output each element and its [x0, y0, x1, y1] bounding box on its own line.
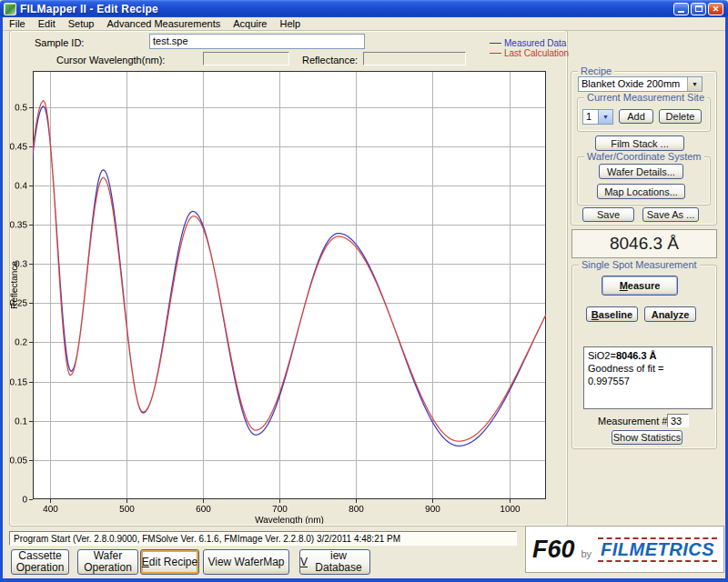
window-titlebar: FILMapper II - Edit Recipe ✕: [0, 0, 728, 17]
measured-line-icon: [490, 43, 501, 44]
analyze-button[interactable]: Analyze: [644, 306, 696, 322]
legend-entry-last-calculation: Last Calculation: [490, 48, 569, 58]
chart-legend: Measured Data Last Calculation: [490, 38, 569, 58]
delete-site-button[interactable]: Delete: [659, 109, 702, 124]
window-frame-bottom: [0, 578, 728, 582]
legend-label-measured: Measured Data: [504, 38, 566, 48]
wafer-details-button[interactable]: Wafer Details...: [599, 164, 683, 179]
menu-item-edit[interactable]: Edit: [32, 17, 62, 30]
nav-wafer-operation-button[interactable]: Wafer Operation: [77, 549, 138, 575]
measurement-number-field: 33: [667, 414, 689, 427]
site-dropdown-arrow-icon[interactable]: ▼: [598, 110, 612, 124]
window-title: FILMapper II - Edit Recipe: [20, 3, 158, 15]
nav-view-wafermap-button[interactable]: View WaferMap: [203, 549, 289, 575]
filmetrics-logo: FILMETRICS: [598, 537, 717, 562]
spectrum-chart[interactable]: [10, 67, 565, 524]
maximize-button[interactable]: [691, 3, 706, 15]
menu-item-help[interactable]: Help: [273, 17, 307, 30]
cursor-wavelength-field: [203, 52, 289, 65]
close-button[interactable]: ✕: [708, 3, 723, 15]
add-site-button[interactable]: Add: [619, 109, 653, 124]
reflectance-field: [363, 52, 466, 65]
nav-view-database-button[interactable]: View Database: [299, 549, 370, 575]
save-as-button[interactable]: Save As ...: [642, 207, 699, 222]
filmapper-window: { "window": { "title": "FILMapper II - E…: [0, 0, 728, 582]
logo-by: by: [581, 548, 592, 559]
wafer-coordinate-label: Wafer/Coordinate System: [584, 151, 704, 162]
reflectance-label: Reflectance:: [302, 55, 358, 65]
nav-edit-recipe-button[interactable]: Edit Recipe: [140, 549, 199, 575]
measure-button[interactable]: Measure: [602, 276, 678, 296]
show-statistics-button[interactable]: Show Statistics: [612, 430, 682, 445]
site-group-label: Current Measurement Site: [584, 92, 707, 103]
single-spot-label: Single Spot Measurement: [579, 259, 700, 270]
menu-item-file[interactable]: File: [3, 17, 32, 30]
legend-entry-measured: Measured Data: [490, 38, 569, 48]
site-value: 1: [583, 110, 598, 124]
app-icon: [4, 3, 16, 15]
recipe-value: Blanket Oxide 200mm: [579, 77, 687, 91]
results-box: SiO2=8046.3 Å Goodness of fit = 0.997557: [583, 346, 713, 409]
baseline-button[interactable]: Baseline: [586, 306, 638, 322]
last-calculation-line-icon: [490, 53, 501, 54]
measurement-number-label: Measurement #:: [598, 416, 670, 426]
sample-id-input[interactable]: test.spe: [149, 34, 365, 49]
logo-box: F60 by FILMETRICS: [525, 526, 724, 573]
site-select[interactable]: 1 ▼: [582, 109, 613, 125]
status-bar: Program Start (Ver. 2.8.0.9000, FMSolve …: [9, 531, 517, 546]
window-frame-left: [0, 17, 3, 578]
menu-item-advanced-measurements[interactable]: Advanced Measurements: [100, 17, 227, 30]
recipe-dropdown-arrow-icon[interactable]: ▼: [687, 77, 702, 91]
results-line1: SiO2=8046.3 Å: [588, 349, 708, 362]
map-locations-button[interactable]: Map Locations...: [597, 184, 685, 199]
recipe-label: Recipe: [578, 65, 614, 76]
nav-cassette-operation-button[interactable]: Cassette Operation: [11, 549, 69, 575]
menu-item-acquire[interactable]: Acquire: [227, 17, 273, 30]
recipe-select[interactable]: Blanket Oxide 200mm ▼: [578, 76, 703, 92]
minimize-icon: [678, 11, 684, 13]
film-stack-button[interactable]: Film Stack ...: [595, 135, 684, 151]
maximize-icon: [695, 5, 703, 12]
legend-label-last-calculation: Last Calculation: [504, 48, 569, 58]
menu-item-setup[interactable]: Setup: [62, 17, 101, 30]
logo-f60: F60: [532, 536, 575, 564]
results-thickness-value: 8046.3 Å: [616, 350, 657, 361]
sample-id-label: Sample ID:: [35, 37, 84, 48]
cursor-wavelength-label: Cursor Wavelength(nm):: [56, 55, 165, 65]
results-line2: Goodness of fit = 0.997557: [588, 362, 708, 387]
minimize-button[interactable]: [673, 3, 689, 15]
menubar: File Edit Setup Advanced Measurements Ac…: [3, 17, 725, 31]
thickness-display: 8046.3 Å: [571, 229, 717, 258]
save-button[interactable]: Save: [582, 207, 634, 222]
